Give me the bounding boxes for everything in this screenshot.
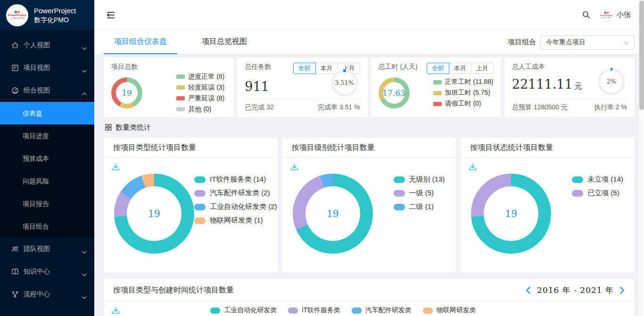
legend-item[interactable]: 请假工时 (0)	[433, 100, 494, 108]
sidebar-subitem-issue-risk[interactable]: 问题风险	[0, 170, 94, 192]
sidebar-item-label: 知识中心	[24, 267, 82, 276]
donut-center-value: 19	[148, 208, 160, 219]
legend-swatch	[423, 308, 433, 314]
legend-label: 请假工时 (0)	[445, 100, 481, 108]
legend-item[interactable]: 进度正常 (8)	[176, 73, 224, 81]
filter-button-last-month[interactable]: 上月	[471, 63, 494, 74]
menu-fold-icon[interactable]	[106, 10, 116, 20]
legend-swatch	[176, 96, 185, 100]
project-total-donut-chart[interactable]: 19	[111, 77, 142, 108]
topbar: PowerProject 企业项目管理系统 小张	[94, 0, 644, 30]
legend-item[interactable]: 二级 (1)	[394, 202, 445, 211]
user-menu[interactable]: PowerProject 企业项目管理系统 小张	[600, 8, 631, 22]
legend-label: 无级别 (13)	[409, 175, 445, 184]
legend-label: 工业自动化研发类 (2)	[210, 202, 277, 211]
prev-year-icon[interactable]	[526, 286, 531, 294]
next-year-icon[interactable]	[619, 286, 625, 294]
vertical-scrollbar[interactable]	[638, 0, 644, 316]
time-chart-legend: 工业自动化研发类iT软件服务类汽车配件研发类物联网研发类	[104, 306, 583, 315]
sidebar-item-label: 团队视图	[24, 245, 82, 253]
tab-project-overview[interactable]: 项目总览视图	[191, 30, 257, 54]
project-level-legend: 无级别 (13)一级 (5)二级 (1)	[394, 173, 445, 272]
legend-item[interactable]: 未立项 (14)	[572, 175, 623, 184]
project-total-legend: 进度正常 (8)轻度延误 (3)严重延误 (8)其他 (0)	[176, 71, 224, 115]
project-level-donut-chart[interactable]: 19	[293, 174, 373, 254]
portfolio-select[interactable]: 今年重点项目	[540, 35, 635, 50]
chart-card-by-type-and-time: 按项目类型与创建时间统计项目数量 2016 年 - 2021 年 工业自动化研发…	[104, 279, 635, 316]
filter-button-this-month[interactable]: 本月	[315, 63, 338, 74]
legend-label: 进度正常 (8)	[188, 73, 224, 81]
download-icon[interactable]	[290, 163, 299, 172]
legend-item[interactable]: 汽车配件研发类 (2)	[194, 189, 277, 198]
legend-item[interactable]: 已立项 (5)	[572, 189, 623, 198]
stat-card-title: 项目总数	[111, 63, 226, 71]
legend-item[interactable]: 其他 (0)	[176, 105, 224, 114]
legend-item[interactable]: 工业自动化研发类 (2)	[194, 202, 277, 211]
labor-cost-unit: 元	[575, 82, 582, 90]
tab-portfolio-dashboard[interactable]: 项目组合仪表盘	[104, 30, 177, 54]
tasks-completion-rate-text: 完成率 3.51 %	[318, 103, 360, 112]
section-title: 数量类统计	[116, 123, 151, 132]
filter-button-this-month[interactable]: 本月	[449, 63, 471, 74]
legend-item[interactable]: 无级别 (13)	[394, 175, 445, 184]
legend-swatch	[194, 217, 206, 224]
sidebar-item-knowledge-center[interactable]: 知识中心	[0, 260, 94, 283]
sidebar-item-label: 项目视图	[24, 64, 82, 72]
sidebar-item-project-view[interactable]: 项目视图	[0, 57, 94, 79]
tasks-completed-text: 已完成 32	[245, 103, 273, 112]
tab-bar: 项目组合仪表盘 项目总览视图 项目组合 今年重点项目	[94, 30, 644, 55]
legend-item[interactable]: 加班工时 (5.75)	[433, 89, 494, 97]
work-hours-donut-chart[interactable]: 17.63	[379, 77, 410, 108]
logo-image: PowerProject 企业项目管理系统	[6, 4, 28, 26]
legend-item[interactable]: 一级 (5)	[394, 189, 445, 198]
download-icon[interactable]	[468, 163, 477, 172]
sidebar-nav: 个人视图 项目视图 组合视图 仪表盘 项目进度	[0, 30, 94, 306]
chevron-down-icon	[624, 39, 629, 46]
legend-label: 严重延误 (8)	[188, 94, 224, 103]
scrollbar-thumb[interactable]	[639, 0, 644, 110]
app-title: PowerProject	[34, 6, 76, 16]
sidebar-item-portfolio-view[interactable]: 组合视图	[0, 79, 94, 102]
legend-label: 未立项 (14)	[587, 175, 623, 184]
app-logo[interactable]: PowerProject 企业项目管理系统 PowerProject 数字化PM…	[0, 0, 94, 30]
chevron-down-icon	[82, 67, 87, 69]
search-icon[interactable]	[582, 11, 590, 19]
sidebar-subitem-budget-cost[interactable]: 预算成本	[0, 147, 94, 170]
sidebar-subitem-project-report[interactable]: 项目报告	[0, 192, 94, 215]
legend-swatch	[210, 308, 220, 314]
legend-item[interactable]: 正常工时 (11.88)	[433, 78, 494, 86]
year-range-nav: 2016 年 - 2021 年	[526, 285, 625, 296]
legend-label: 一级 (5)	[409, 189, 434, 198]
filter-button-all[interactable]: 全部	[427, 63, 449, 74]
stat-card-task-total: 总任务数 全部 本月 上月 911 3.51% 已完成 32 完成率 3.51 …	[237, 58, 367, 117]
budget-execution-ring-chart[interactable]: 2%	[598, 68, 625, 95]
legend-item[interactable]: iT软件服务类	[288, 306, 340, 315]
sidebar-item-process-center[interactable]: 流程中心	[0, 283, 94, 306]
sidebar-subitem-project-portfolio[interactable]: 项目组合	[0, 215, 94, 238]
sidebar-subitem-project-progress[interactable]: 项目进度	[0, 125, 94, 147]
legend-item[interactable]: 严重延误 (8)	[176, 94, 224, 103]
filter-button-all[interactable]: 全部	[293, 63, 316, 74]
donut-center-value: 19	[327, 208, 339, 219]
legend-swatch	[433, 80, 442, 84]
portfolio-select-value: 今年重点项目	[546, 38, 586, 47]
legend-item[interactable]: 工业自动化研发类	[210, 306, 277, 315]
legend-item[interactable]: 物联网研发类 (1)	[194, 216, 277, 225]
sidebar-item-personal-view[interactable]: 个人视图	[0, 34, 94, 57]
download-icon[interactable]	[111, 163, 120, 172]
work-hours-legend: 正常工时 (11.88)加班工时 (5.75)请假工时 (0)	[433, 77, 494, 109]
stat-card-project-total: 项目总数 19 进度正常 (8)轻度延误 (3)严重延误 (8)其他 (0)	[104, 58, 234, 117]
donut-center-value: 19	[122, 88, 132, 98]
grid-icon	[105, 124, 112, 131]
legend-label: 加班工时 (5.75)	[445, 89, 490, 97]
sidebar-item-team-view[interactable]: 团队视图	[0, 238, 94, 260]
chevron-up-icon	[82, 89, 87, 92]
legend-item[interactable]: 物联网研发类	[423, 306, 476, 315]
project-status-donut-chart[interactable]: 19	[471, 174, 551, 254]
project-type-donut-chart[interactable]: 19	[114, 174, 194, 254]
sidebar-subitem-dashboard[interactable]: 仪表盘	[0, 102, 94, 125]
legend-item[interactable]: 轻度延误 (3)	[176, 83, 224, 92]
legend-item[interactable]: IT软件服务类 (14)	[194, 175, 277, 184]
task-completion-ring-chart[interactable]: 3.51%	[331, 69, 358, 97]
legend-item[interactable]: 汽车配件研发类	[352, 306, 412, 315]
